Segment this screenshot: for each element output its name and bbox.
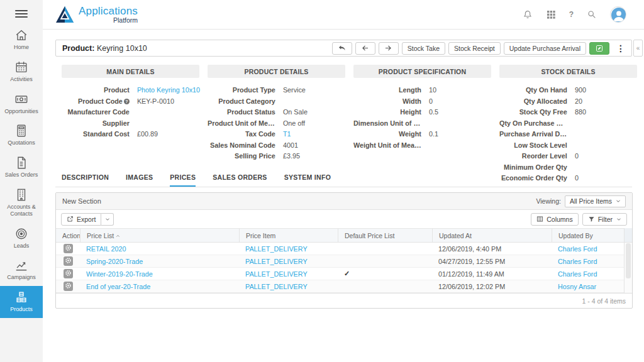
field-row: Product Unit of Measure One off (208, 118, 345, 129)
search-icon[interactable] (587, 9, 597, 19)
field-row: Reorder Level 0 (499, 151, 637, 162)
field-value: 880 (571, 107, 637, 118)
tab-prices[interactable]: PRICES (170, 173, 196, 187)
price-list-link[interactable]: Spring-2020-Trade (86, 258, 143, 265)
help-icon[interactable]: ? (569, 10, 574, 19)
row-actions-button[interactable] (64, 244, 73, 253)
sidebar-item-sales-orders[interactable]: Sales Orders (0, 151, 43, 184)
viewing-value: All Price Items (570, 197, 612, 205)
row-actions-button[interactable] (64, 269, 73, 278)
price-item-link[interactable]: PALLET_DELIVERY (245, 258, 308, 265)
price-item-link[interactable]: PALLET_DELIVERY (245, 283, 308, 290)
price-table: ActionsPrice ListPrice ItemDefault Price… (56, 228, 632, 293)
column-header-actions[interactable]: Actions (56, 229, 80, 242)
sidebar-item-quotations[interactable]: Quotations (0, 119, 43, 151)
field-value (133, 118, 199, 129)
brand-logo[interactable]: Applications Platform (55, 6, 138, 24)
field-label: Sales Nominal Code (208, 140, 279, 151)
more-options-icon[interactable]: ⋮ (613, 43, 629, 53)
edit-button[interactable] (589, 42, 609, 55)
collapse-panel-button[interactable]: « (633, 40, 643, 57)
columns-button[interactable]: Columns (531, 213, 578, 226)
arrow-right-icon (384, 44, 392, 52)
gear-icon (65, 282, 72, 291)
apps-grid-icon[interactable] (546, 9, 556, 19)
table-row: Spring-2020-Trade PALLET_DELIVERY 04/27/… (56, 255, 624, 268)
sidebar-item-leads[interactable]: Leads (0, 222, 43, 255)
field-value: 20 (571, 96, 637, 107)
field-value: 0.1 (425, 129, 491, 140)
field-row: Minimum Order Qty (499, 162, 637, 173)
field-row: Low Stock Level (499, 140, 637, 151)
section-header: STOCK DETAILS (499, 65, 637, 78)
chevron-down-icon (616, 217, 621, 222)
row-actions-button[interactable] (64, 256, 73, 266)
applications-platform-logo-icon (55, 6, 74, 23)
bell-icon[interactable] (523, 9, 533, 19)
column-header-price-list[interactable]: Price List (80, 229, 239, 242)
table-scrollbar[interactable] (624, 228, 632, 293)
field-value: One off (279, 118, 345, 129)
row-actions-button[interactable] (64, 282, 73, 291)
tab-sales-orders[interactable]: SALES ORDERS (213, 173, 267, 187)
updated-by-link[interactable]: Charles Ford (558, 245, 597, 253)
column-header-updated-by[interactable]: Updated By (552, 229, 624, 242)
filter-button[interactable]: Filter (582, 213, 627, 226)
field-value: 0 (425, 96, 491, 107)
field-row: Length 10 (353, 85, 491, 96)
scrollbar-thumb[interactable] (626, 243, 631, 278)
price-item-link[interactable]: PALLET_DELIVERY (245, 245, 308, 253)
price-item-link[interactable]: PALLET_DELIVERY (245, 270, 308, 278)
field-value[interactable]: Photo Keyring 10x10 (133, 85, 199, 96)
field-label: Product (62, 85, 133, 96)
sidebar-item-activities[interactable]: Activities (0, 56, 43, 88)
next-record-button[interactable] (379, 42, 399, 55)
update-purchase-arrival-button[interactable]: Update Purchase Arrival (504, 42, 586, 55)
chevron-down-icon (105, 217, 110, 222)
chart-icon (14, 258, 28, 272)
sidebar-item-home[interactable]: Home (0, 24, 43, 56)
viewing-dropdown[interactable]: All Price Items (565, 195, 626, 207)
price-list-link[interactable]: RETAIL 2020 (86, 245, 126, 253)
column-header-default-price-list[interactable]: Default Price List (338, 229, 432, 242)
export-button[interactable]: Export (61, 213, 101, 226)
tab-images[interactable]: IMAGES (126, 173, 153, 187)
updated-by-link[interactable]: Charles Ford (558, 258, 597, 265)
info-icon[interactable]: ? (124, 99, 130, 104)
stock-receipt-button[interactable]: Stock Receipt (448, 42, 501, 55)
updated-by-link[interactable]: Hosny Ansar (558, 283, 596, 290)
sidebar-item-label: Quotations (8, 140, 35, 146)
sidebar-item-campaigns[interactable]: Campaigns (0, 254, 43, 286)
sidebar-item-products[interactable]: Products (0, 286, 43, 318)
field-value (425, 140, 491, 151)
section-header: PRODUCT SPECIFICATION (353, 65, 491, 78)
price-list-link[interactable]: End of year-20-Trade (86, 283, 150, 290)
field-value: 0.5 (425, 107, 491, 118)
sidebar-item-opportunities[interactable]: Opportunities (0, 88, 43, 120)
hamburger-menu-icon[interactable] (15, 10, 28, 18)
price-list-link[interactable]: Winter-2019-20-Trade (86, 270, 153, 278)
export-dropdown-button[interactable] (101, 213, 114, 226)
previous-record-button[interactable] (355, 42, 375, 55)
stock-take-button[interactable]: Stock Take (402, 42, 445, 55)
field-row: Sales Nominal Code 4001 (208, 140, 345, 151)
field-label: Qty On Hand (499, 85, 571, 96)
record-actions: Stock Take Stock Receipt Update Purchase… (332, 42, 629, 55)
sidebar-item-label: Opportunities (4, 108, 38, 115)
field-value: On Sale (279, 107, 345, 118)
viewing-control: Viewing: All Price Items (536, 195, 626, 207)
field-label: Product Type (208, 85, 279, 96)
field-value: 900 (571, 85, 637, 96)
column-header-updated-at[interactable]: Updated At (432, 229, 552, 242)
updated-at-cell: 04/27/2019, 12:55 PM (432, 258, 552, 265)
field-value[interactable]: T1 (279, 129, 345, 140)
tab-description[interactable]: DESCRIPTION (62, 173, 109, 187)
undo-button[interactable] (332, 42, 352, 55)
field-value (571, 140, 637, 151)
field-row: Manufacturer Code (62, 107, 199, 118)
sidebar-item-accounts-contacts[interactable]: Accounts & Contacts (0, 184, 43, 222)
tab-system-info[interactable]: SYSTEM INFO (284, 173, 331, 187)
updated-by-link[interactable]: Charles Ford (558, 270, 597, 278)
column-header-price-item[interactable]: Price Item (239, 229, 338, 242)
avatar[interactable] (610, 6, 626, 23)
